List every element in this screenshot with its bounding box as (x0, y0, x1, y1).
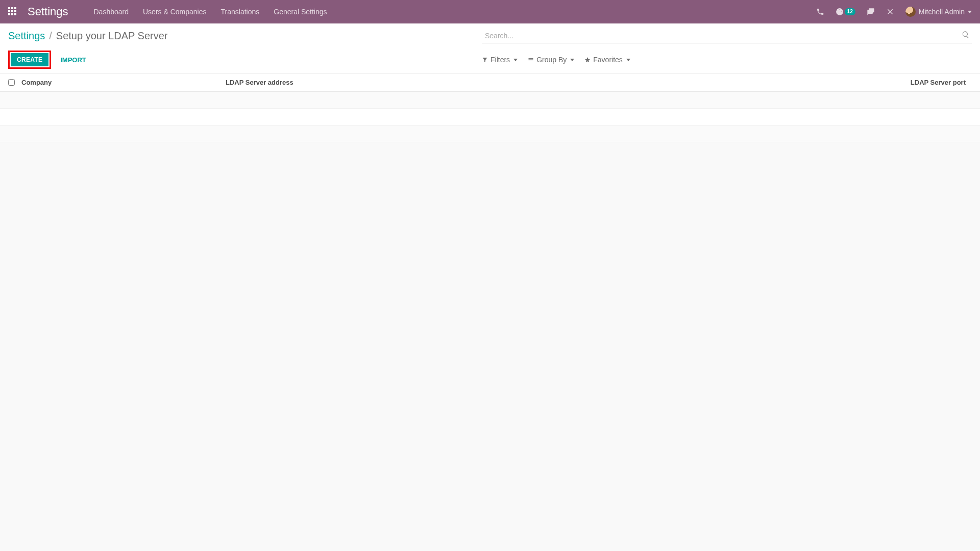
main-menu: Dashboard Users & Companies Translations… (94, 8, 327, 16)
search-container (482, 29, 972, 43)
user-menu[interactable]: Mitchell Admin (905, 7, 972, 17)
app-brand[interactable]: Settings (28, 5, 68, 18)
table-row (0, 126, 980, 142)
column-port[interactable]: LDAP Server port (870, 79, 972, 86)
top-navbar: Settings Dashboard Users & Companies Tra… (0, 0, 980, 23)
groupby-dropdown[interactable]: Group By (528, 56, 574, 64)
create-highlight: CREATE (8, 51, 51, 69)
column-company[interactable]: Company (21, 79, 226, 86)
favorites-dropdown[interactable]: Favorites (584, 56, 630, 64)
conversations-icon[interactable] (867, 8, 875, 16)
navbar-right: 12 Mitchell Admin (816, 7, 972, 17)
activity-icon[interactable]: 12 (836, 8, 855, 16)
chevron-down-icon (626, 59, 630, 61)
star-icon (584, 57, 591, 63)
list-view: Company LDAP Server address LDAP Server … (0, 73, 980, 142)
select-all-checkbox[interactable] (8, 79, 15, 86)
breadcrumb-root[interactable]: Settings (8, 30, 45, 42)
import-button[interactable]: IMPORT (56, 53, 90, 67)
menu-dashboard[interactable]: Dashboard (94, 8, 129, 16)
avatar (905, 7, 916, 17)
filters-label: Filters (491, 56, 510, 64)
apps-icon[interactable] (8, 7, 17, 16)
table-row (0, 92, 980, 109)
breadcrumb: Settings / Setup your LDAP Server (8, 30, 167, 42)
debug-icon[interactable] (886, 8, 894, 16)
funnel-icon (482, 57, 488, 63)
search-options: Filters Group By Favorites (482, 56, 972, 64)
breadcrumb-separator: / (49, 30, 52, 42)
empty-body (0, 142, 980, 551)
user-name: Mitchell Admin (919, 8, 965, 16)
favorites-label: Favorites (593, 56, 623, 64)
create-button[interactable]: CREATE (11, 53, 48, 66)
list-body (0, 92, 980, 142)
activity-badge: 12 (845, 8, 855, 15)
groupby-label: Group By (536, 56, 567, 64)
chevron-down-icon (968, 11, 972, 13)
menu-users-companies[interactable]: Users & Companies (143, 8, 207, 16)
column-address[interactable]: LDAP Server address (226, 79, 870, 86)
menu-general-settings[interactable]: General Settings (274, 8, 327, 16)
list-header: Company LDAP Server address LDAP Server … (0, 73, 980, 92)
menu-translations[interactable]: Translations (221, 8, 260, 16)
search-input[interactable] (482, 29, 972, 43)
filters-dropdown[interactable]: Filters (482, 56, 518, 64)
phone-icon[interactable] (816, 8, 824, 16)
chevron-down-icon (570, 59, 574, 61)
chevron-down-icon (513, 59, 518, 61)
control-panel: Settings / Setup your LDAP Server CREATE… (0, 23, 980, 73)
breadcrumb-current: Setup your LDAP Server (56, 30, 168, 42)
select-all-cell (8, 79, 21, 86)
search-icon[interactable] (962, 31, 970, 39)
list-icon (528, 57, 534, 63)
table-row (0, 109, 980, 126)
